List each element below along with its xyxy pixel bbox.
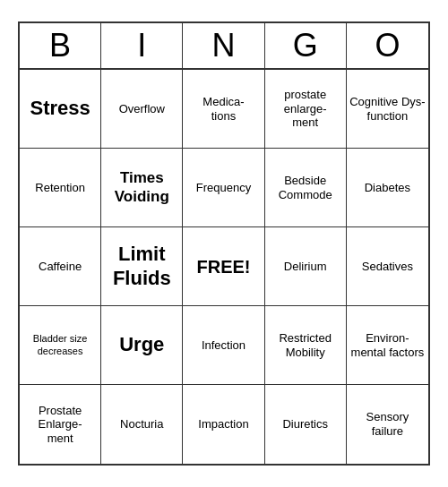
header-letter-b: B bbox=[20, 23, 101, 68]
bingo-cell-20: Prostate Enlarge-ment bbox=[20, 385, 101, 464]
bingo-cell-3: prostate enlarge-ment bbox=[265, 70, 347, 149]
bingo-cell-7: Frequency bbox=[183, 149, 264, 227]
header-letter-o: O bbox=[347, 23, 428, 68]
bingo-cell-14: Sedatives bbox=[347, 227, 428, 306]
bingo-cell-22: Impaction bbox=[183, 385, 264, 464]
header-letter-g: G bbox=[265, 23, 347, 68]
header-letter-i: I bbox=[101, 23, 183, 68]
bingo-cell-13: Delirium bbox=[265, 227, 347, 306]
header-letter-n: N bbox=[183, 23, 264, 68]
bingo-cell-19: Environ-mental factors bbox=[347, 306, 428, 385]
bingo-cell-1: Overflow bbox=[101, 70, 183, 149]
bingo-cell-6: Times Voiding bbox=[101, 149, 183, 227]
bingo-cell-17: Infection bbox=[183, 306, 264, 385]
bingo-cell-18: Restricted Mobility bbox=[265, 306, 347, 385]
bingo-cell-15: Bladder size decreases bbox=[20, 306, 101, 385]
bingo-header: BINGO bbox=[20, 23, 428, 70]
bingo-cell-9: Diabetes bbox=[347, 149, 428, 227]
bingo-grid: StressOverflowMedica-tionsprostate enlar… bbox=[20, 70, 428, 464]
bingo-cell-2: Medica-tions bbox=[183, 70, 264, 149]
bingo-cell-11: Limit Fluids bbox=[101, 227, 183, 306]
bingo-card: BINGO StressOverflowMedica-tionsprostate… bbox=[18, 21, 430, 466]
bingo-cell-23: Diuretics bbox=[265, 385, 347, 464]
bingo-cell-5: Retention bbox=[20, 149, 101, 227]
bingo-cell-16: Urge bbox=[101, 306, 183, 385]
bingo-cell-12: FREE! bbox=[183, 227, 264, 306]
bingo-cell-10: Caffeine bbox=[20, 227, 101, 306]
bingo-cell-21: Nocturia bbox=[101, 385, 183, 464]
bingo-cell-4: Cognitive Dys-function bbox=[347, 70, 428, 149]
bingo-cell-24: Sensory failure bbox=[347, 385, 428, 464]
bingo-cell-8: Bedside Commode bbox=[265, 149, 347, 227]
bingo-cell-0: Stress bbox=[20, 70, 101, 149]
